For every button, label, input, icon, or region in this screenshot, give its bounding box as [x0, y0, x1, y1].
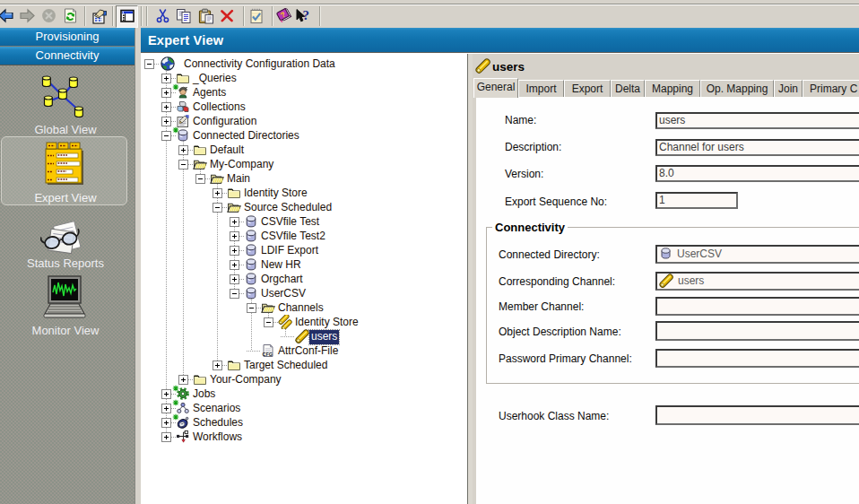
svg-text:CFG: CFG: [263, 352, 273, 357]
svg-text:?: ?: [303, 8, 310, 22]
